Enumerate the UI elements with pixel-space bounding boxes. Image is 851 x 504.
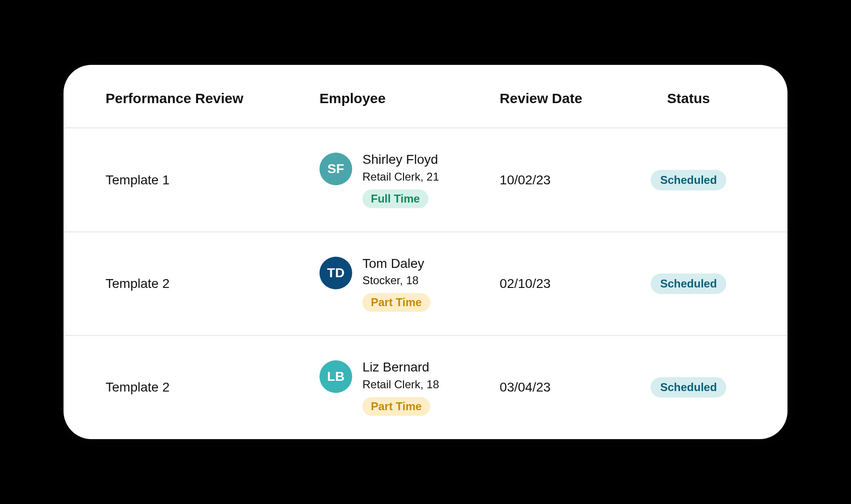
cell-employee: SF Shirley Floyd Retail Clerk, 21 Full T… <box>310 128 490 231</box>
cell-template: Template 2 <box>64 336 310 439</box>
cell-template: Template 2 <box>64 232 310 336</box>
employee-wrap: TD Tom Daley Stocker, 18 Part Time <box>319 256 481 312</box>
status-badge: Scheduled <box>651 170 726 190</box>
employee-name: Tom Daley <box>362 256 430 272</box>
employee-name: Liz Bernard <box>362 359 439 375</box>
employee-text: Liz Bernard Retail Clerk, 18 Part Time <box>362 359 439 415</box>
employment-badge: Full Time <box>362 189 428 208</box>
employee-wrap: SF Shirley Floyd Retail Clerk, 21 Full T… <box>319 152 481 208</box>
cell-employee: LB Liz Bernard Retail Clerk, 18 Part Tim… <box>310 336 490 439</box>
employment-badge: Part Time <box>362 293 430 312</box>
employment-badge: Part Time <box>362 397 430 416</box>
table-body: Template 1 SF Shirley Floyd Retail Clerk… <box>64 128 787 439</box>
table-header-row: Performance Review Employee Review Date … <box>64 65 787 128</box>
employee-role: Retail Clerk, 18 <box>362 378 439 392</box>
review-card: Performance Review Employee Review Date … <box>64 65 787 439</box>
avatar: TD <box>319 257 352 289</box>
cell-status: Scheduled <box>622 128 787 231</box>
cell-date: 02/10/23 <box>490 232 622 336</box>
employee-text: Shirley Floyd Retail Clerk, 21 Full Time <box>362 152 439 208</box>
table-row[interactable]: Template 1 SF Shirley Floyd Retail Clerk… <box>64 128 787 231</box>
col-header-date[interactable]: Review Date <box>490 65 622 128</box>
avatar: LB <box>319 360 352 393</box>
col-header-status[interactable]: Status <box>622 65 787 128</box>
cell-date: 03/04/23 <box>490 336 622 439</box>
employee-role: Retail Clerk, 21 <box>362 170 439 184</box>
avatar: SF <box>319 153 352 185</box>
col-header-review[interactable]: Performance Review <box>64 65 310 128</box>
cell-status: Scheduled <box>622 336 787 439</box>
review-table: Performance Review Employee Review Date … <box>64 65 787 439</box>
cell-status: Scheduled <box>622 232 787 336</box>
status-badge: Scheduled <box>651 377 726 398</box>
table-row[interactable]: Template 2 LB Liz Bernard Retail Clerk, … <box>64 336 787 439</box>
employee-name: Shirley Floyd <box>362 152 439 168</box>
employee-role: Stocker, 18 <box>362 274 430 287</box>
cell-date: 10/02/23 <box>490 128 622 231</box>
employee-text: Tom Daley Stocker, 18 Part Time <box>362 256 430 312</box>
col-header-employee[interactable]: Employee <box>310 65 490 128</box>
cell-template: Template 1 <box>64 128 310 231</box>
table-row[interactable]: Template 2 TD Tom Daley Stocker, 18 Part… <box>64 232 787 336</box>
cell-employee: TD Tom Daley Stocker, 18 Part Time <box>310 232 490 336</box>
stage: Performance Review Employee Review Date … <box>0 0 851 504</box>
employee-wrap: LB Liz Bernard Retail Clerk, 18 Part Tim… <box>319 359 481 415</box>
status-badge: Scheduled <box>651 273 726 294</box>
